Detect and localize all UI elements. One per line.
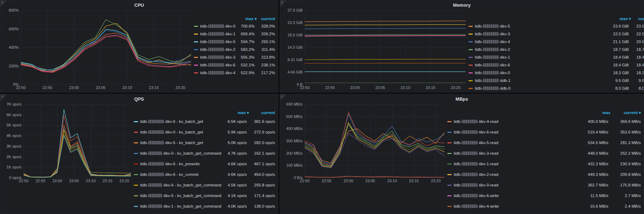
legend-current-value: 9.5 GiB	[629, 78, 644, 83]
legend-row[interactable]: tidb--tikv-2 18.7 GiB 18.7 GiB	[469, 46, 644, 53]
series-color-swatch[interactable]	[447, 195, 452, 196]
legend-row[interactable]: tidb--tikv-0 18.3 GiB 18.3 GiB	[469, 69, 644, 77]
legend-max-header[interactable]: max ▾	[226, 110, 249, 115]
legend-row[interactable]: tidb--tikv-6-read 519.4 MB/s 353.6 MB/s	[447, 127, 641, 137]
series-color-swatch[interactable]	[134, 195, 138, 196]
series-color-swatch[interactable]	[469, 65, 473, 66]
legend-row[interactable]: tidb--tikv-6 - kv_commit 4.6K ops/s 454.…	[134, 169, 275, 180]
legend-row[interactable]: tidb--tikv-0 - kv_batch_get_command 4.7K…	[134, 148, 275, 159]
series-color-swatch[interactable]	[469, 41, 473, 42]
series-color-swatch[interactable]	[134, 164, 138, 165]
plot-area[interactable]	[24, 104, 131, 178]
legend-current-header[interactable]: current ▾	[610, 110, 641, 115]
legend-row[interactable]: tidb--tikv-6 18.4 GiB 18.4 GiB	[469, 61, 644, 69]
legend-row[interactable]: tidb--tikv-4-write 10.6 MB/s 2.4 MB/s	[447, 201, 641, 212]
panel-title[interactable]: Memory	[453, 2, 471, 8]
legend-row[interactable]: tidb--tikv-4 522.9% 217.2%	[194, 69, 275, 77]
panel-info-corner[interactable]: i	[280, 94, 286, 101]
legend-row[interactable]: tidb--tikv-1 18.4 GiB 18.4 GiB	[469, 53, 644, 61]
legend-row[interactable]: tidb--tikv-4-read 400.0 MB/s 369.6 MB/s	[447, 116, 641, 127]
panel-title[interactable]: CPU	[134, 2, 144, 8]
series-color-swatch[interactable]	[469, 80, 473, 81]
series-color-swatch[interactable]	[134, 121, 138, 122]
plot-area[interactable]	[21, 10, 191, 84]
series-color-swatch[interactable]	[447, 185, 452, 186]
series-color-swatch[interactable]	[469, 34, 473, 35]
legend-row[interactable]: tidb--tikv-2 583.2% 311.4%	[194, 46, 275, 53]
x-axis: 22:5022:5523:0023:0523:1023:1523:20	[21, 84, 191, 90]
series-name-prefix: tidb-	[140, 162, 148, 166]
legend-row[interactable]: tidb--tikv-0 - kv_batch_get 5.9K ops/s 2…	[134, 127, 275, 137]
plot-area[interactable]	[305, 10, 466, 84]
legend-row[interactable]: tidb--tikv-3 22.5 GiB 22.5 GiB	[469, 30, 644, 38]
legend-row[interactable]: tidb--tikv-5 - kv_batch_get 5.0K ops/s 2…	[134, 137, 275, 148]
series-color-swatch[interactable]	[469, 57, 473, 58]
legend-max-value: 4.1K ops/s	[221, 194, 247, 198]
series-color-swatch[interactable]	[194, 34, 198, 35]
series-color-swatch[interactable]	[447, 164, 452, 165]
series-color-swatch[interactable]	[194, 41, 198, 42]
legend-row[interactable]: tidb--tidb-1 9.5 GiB 9.5 GiB	[469, 77, 644, 84]
series-color-swatch[interactable]	[469, 49, 473, 50]
series-color-swatch[interactable]	[194, 49, 198, 50]
legend-row[interactable]: tidb--tikv-6 532.1% 238.1%	[194, 61, 275, 69]
panel-info-corner[interactable]: i	[0, 0, 7, 7]
legend-row[interactable]: tidb--tikv-1 659.4% 209.2%	[194, 30, 275, 38]
legend-max-header[interactable]: max ▾	[240, 16, 257, 21]
legend-max-header[interactable]: max ▾	[610, 16, 631, 21]
legend-row[interactable]: tidb--tikv-5 23.9 GiB 23.9 GiB	[469, 22, 644, 30]
series-color-swatch[interactable]	[469, 88, 473, 89]
legend-max-value: 9.5 GiB	[606, 78, 629, 83]
series-color-swatch[interactable]	[194, 57, 198, 58]
series-color-swatch[interactable]	[134, 132, 138, 133]
legend-row[interactable]: tidb--tikv-2-read 449.3 MB/s 209.8 MB/s	[447, 169, 641, 180]
panel-info-corner[interactable]: i	[280, 0, 286, 7]
legend-row[interactable]: tidb--tikv-0 700.6% 328.0%	[194, 22, 275, 30]
legend-max-value: 4.6K ops/s	[221, 172, 247, 177]
legend-current-header[interactable]: current	[631, 17, 644, 21]
series-color-swatch[interactable]	[134, 185, 138, 186]
series-color-swatch[interactable]	[447, 121, 452, 122]
series-color-swatch[interactable]	[447, 206, 452, 207]
series-color-swatch[interactable]	[194, 26, 198, 27]
legend-row[interactable]: tidb--tikv-1-read 432.3 MB/s 230.9 MB/s	[447, 159, 641, 169]
legend-row[interactable]: tidb--tikv-6-write 11.5 MB/s 2.7 MB/s	[447, 190, 641, 201]
legend-max-value: 11.5 MB/s	[577, 194, 608, 198]
legend-row[interactable]: tidb--tikv-3-read 448.0 MB/s 252.2 MB/s	[447, 148, 641, 159]
series-color-swatch[interactable]	[469, 26, 473, 27]
series-color-swatch[interactable]	[134, 153, 138, 154]
legend-row[interactable]: tidb--tikv-1 - kv_batch_get_command 4.0K…	[134, 201, 275, 212]
y-axis: 0 B4.66 GiB9.31 GiB14.0 GiB18.6 GiB23.3 …	[284, 10, 305, 84]
series-color-swatch[interactable]	[134, 206, 138, 207]
series-color-swatch[interactable]	[134, 142, 138, 143]
legend-row[interactable]: tidb--tikv-3 555.3% 313.8%	[194, 53, 275, 61]
x-tick-label: 23:05	[375, 85, 385, 90]
legend-row[interactable]: tidb--tikv-5 594.7% 250.1%	[194, 38, 275, 46]
series-color-swatch[interactable]	[194, 72, 198, 73]
legend-current-header[interactable]: current	[257, 17, 275, 21]
panel-title[interactable]: QPS	[134, 96, 144, 102]
series-color-swatch[interactable]	[447, 174, 452, 175]
legend-row[interactable]: tidb--tidb-0 8.0 GiB 8.0 GiB	[469, 84, 644, 92]
plot-area[interactable]	[305, 104, 445, 178]
y-tick-label: 4K ops/s	[6, 133, 22, 138]
legend-row[interactable]: tidb--tikv-6 - kv_prewrite 4.6K ops/s 46…	[134, 159, 275, 169]
legend-current-header[interactable]: current	[249, 111, 275, 115]
series-color-swatch[interactable]	[469, 72, 473, 73]
legend-row[interactable]: tidb--tikv-0-read 362.7 MB/s 175.8 MB/s	[447, 180, 641, 190]
series-color-swatch[interactable]	[447, 132, 452, 133]
panel-title[interactable]: MBps	[455, 96, 468, 102]
panel-info-corner[interactable]: i	[0, 94, 7, 101]
legend-row[interactable]: tidb--tikv-6 - kv_batch_get_command 4.5K…	[134, 180, 275, 190]
legend-row[interactable]: tidb--tikv-4 21.1 GiB 20.9 GiB	[469, 38, 644, 46]
x-tick-label: 23:00	[69, 85, 79, 90]
legend-row[interactable]: tidb--tikv-6 - kv_batch_get 6.5K ops/s 3…	[134, 116, 275, 127]
series-color-swatch[interactable]	[447, 142, 452, 143]
legend-max-header[interactable]: max	[581, 111, 610, 115]
legend-row[interactable]: tidb--tikv-5-read 534.5 MB/s 281.3 MB/s	[447, 137, 641, 148]
legend-row[interactable]: tidb--tikv-5 - kv_batch_get_command 4.1K…	[134, 190, 275, 201]
series-color-swatch[interactable]	[447, 153, 452, 154]
series-color-swatch[interactable]	[134, 174, 138, 175]
series-color-swatch[interactable]	[194, 65, 198, 66]
x-axis: 22:5022:5523:0023:0523:1023:1523:20	[305, 178, 445, 183]
